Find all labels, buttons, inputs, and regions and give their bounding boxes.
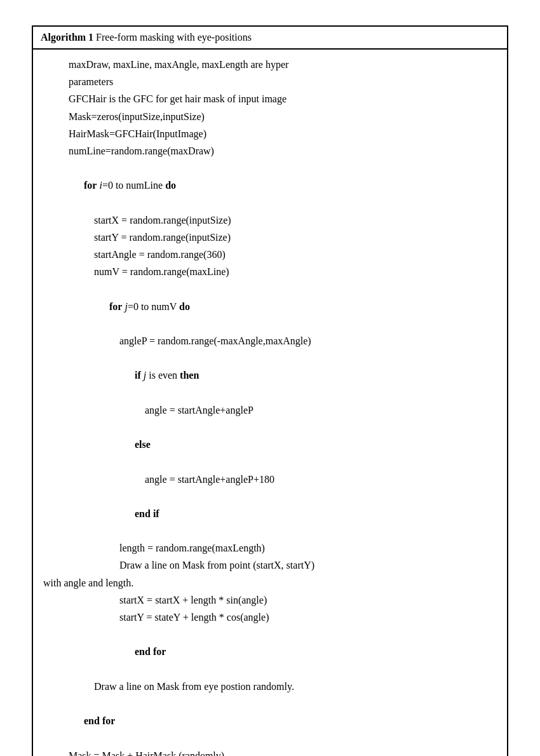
line-endfor-j: end for bbox=[43, 626, 497, 678]
line-gfc: GFCHair is the GFC for get hair mask of … bbox=[43, 90, 497, 107]
line-final: Mask = Mask + HairMask (randomly) bbox=[43, 747, 497, 757]
line-startx2: startX = startX + length * sin(angle) bbox=[43, 591, 497, 609]
line-mask: Mask=zeros(inputSize,inputSize) bbox=[43, 108, 497, 125]
line-numline: numLine=random.range(maxDraw) bbox=[43, 142, 497, 159]
line-angle-odd: angle = startAngle+angleP+180 bbox=[43, 471, 497, 488]
line-draw1a: Draw a line on Mask from point (startX, … bbox=[43, 557, 497, 574]
algorithm-body: maxDraw, maxLine, maxAngle, maxLength ar… bbox=[33, 50, 507, 756]
line-startx: startX = random.range(inputSize) bbox=[43, 212, 497, 229]
line-starty: startY = random.range(inputSize) bbox=[43, 229, 497, 246]
line-hyper2: parameters bbox=[43, 73, 497, 90]
line-startangle: startAngle = random.range(360) bbox=[43, 246, 497, 263]
algorithm-header: Algorithm 1 Free-form masking with eye-p… bbox=[33, 27, 507, 50]
line-for-j: for j=0 to numV do bbox=[43, 280, 497, 332]
line-if: if j is even then bbox=[43, 349, 497, 402]
line-length: length = random.range(maxLength) bbox=[43, 539, 497, 557]
line-draw-eye: Draw a line on Mask from eye postion ran… bbox=[43, 678, 497, 695]
line-hyper1: maxDraw, maxLine, maxAngle, maxLength ar… bbox=[43, 56, 497, 73]
line-hairmask: HairMask=GFCHair(InputImage) bbox=[43, 125, 497, 142]
algorithm-title: Free-form masking with eye-positions bbox=[93, 32, 252, 43]
line-for-i: for i=0 to numLine do bbox=[43, 159, 497, 212]
line-endif: end if bbox=[43, 488, 497, 540]
line-draw1b: with angle and length. bbox=[43, 574, 497, 591]
line-else: else bbox=[43, 419, 497, 471]
line-starty2: startY = stateY + length * cos(angle) bbox=[43, 609, 497, 626]
algorithm-box: Algorithm 1 Free-form masking with eye-p… bbox=[32, 25, 508, 756]
algorithm-number: Algorithm 1 bbox=[41, 32, 93, 43]
line-anglep: angleP = random.range(-maxAngle,maxAngle… bbox=[43, 332, 497, 349]
line-numv: numV = random.range(maxLine) bbox=[43, 263, 497, 280]
line-endfor-i: end for bbox=[43, 695, 497, 747]
line-angle-even: angle = startAngle+angleP bbox=[43, 402, 497, 419]
